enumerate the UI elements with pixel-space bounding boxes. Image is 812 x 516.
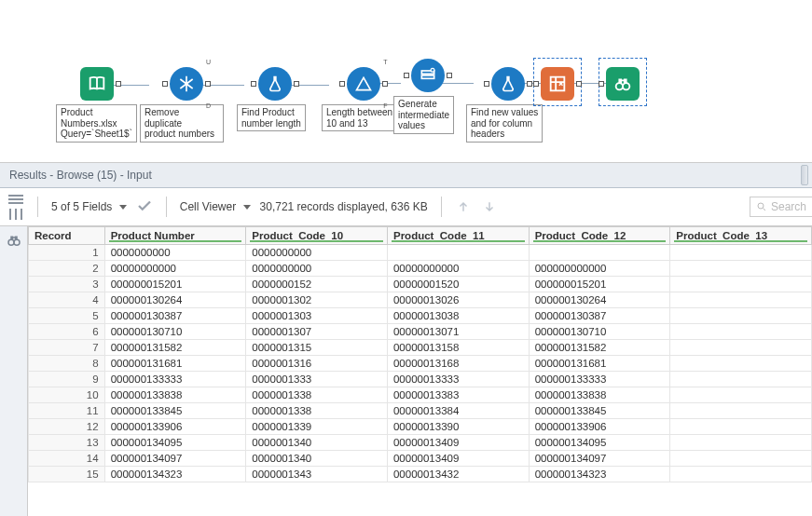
data-cell[interactable]: 00000013409 [387, 435, 529, 451]
column-header[interactable]: Product_Code_10 [246, 227, 388, 245]
cell-viewer-selector[interactable]: Cell Viewer [180, 200, 251, 213]
data-cell[interactable]: 00000013384 [387, 403, 529, 419]
data-cell[interactable] [670, 261, 812, 277]
column-header[interactable]: Product_Code_11 [387, 227, 529, 245]
table-row[interactable]: 7000000131582000000131500000013158000000… [29, 340, 812, 356]
data-cell[interactable] [529, 245, 670, 261]
search-input-wrap[interactable]: Search [750, 197, 812, 217]
data-cell[interactable]: 000000133333 [529, 372, 670, 387]
data-cell[interactable]: 0000000000 [104, 245, 246, 261]
data-cell[interactable] [670, 277, 812, 292]
data-cell[interactable]: 000000133906 [104, 419, 246, 435]
record-number-cell[interactable]: 3 [29, 277, 105, 292]
data-cell[interactable] [670, 324, 812, 340]
record-number-cell[interactable]: 2 [29, 261, 105, 277]
data-cell[interactable] [670, 435, 812, 451]
column-header[interactable]: Product_Code_12 [529, 227, 670, 245]
data-cell[interactable]: 00000013038 [387, 308, 529, 324]
data-cell[interactable]: 0000001339 [246, 419, 388, 435]
data-cell[interactable]: 00000013390 [387, 419, 529, 435]
node-crosstab[interactable] [541, 67, 574, 101]
column-header[interactable]: Product_Code_13 [670, 227, 812, 245]
record-number-cell[interactable]: 1 [29, 245, 105, 261]
data-cell[interactable]: 0000001315 [246, 340, 388, 356]
table-row[interactable]: 9000000133333000000133300000013333000000… [29, 372, 812, 387]
table-row[interactable]: 1000000013383800000013380000001338300000… [29, 387, 812, 403]
data-cell[interactable]: 000000131582 [104, 340, 246, 356]
data-cell[interactable]: 000000134097 [104, 451, 246, 467]
data-cell[interactable]: 0000001343 [246, 467, 388, 482]
data-cell[interactable]: 00000013409 [387, 451, 529, 467]
results-table[interactable]: RecordProduct NumberProduct_Code_10Produ… [28, 226, 812, 482]
table-row[interactable]: 8000000131681000000131600000013168000000… [29, 356, 812, 372]
data-cell[interactable]: 000000130387 [529, 308, 670, 324]
data-cell[interactable] [670, 419, 812, 435]
table-row[interactable]: 1500000013432300000013430000001343200000… [29, 467, 812, 482]
data-cell[interactable]: 0000001303 [246, 308, 388, 324]
record-number-cell[interactable]: 12 [29, 419, 105, 435]
data-cell[interactable] [670, 451, 812, 467]
columns-icon[interactable] [7, 209, 24, 220]
data-cell[interactable]: 000000130264 [529, 292, 670, 308]
table-row[interactable]: 1100000013384500000013380000001338400000… [29, 403, 812, 419]
data-cell[interactable]: 000000133906 [529, 419, 670, 435]
arrow-up-button[interactable] [455, 198, 472, 215]
table-row[interactable]: 1300000013409500000013400000001340900000… [29, 435, 812, 451]
binoculars-icon[interactable] [6, 232, 22, 251]
fields-selector[interactable]: 5 of 5 Fields [51, 200, 127, 213]
node-input-file[interactable]: Product Numbers.xlsx Query=`Sheet1$` [56, 67, 137, 143]
data-cell[interactable] [670, 467, 812, 482]
table-row[interactable]: 100000000000000000000 [29, 245, 812, 261]
table-row[interactable]: 3000000015201000000015200000001520000000… [29, 277, 812, 292]
data-cell[interactable]: 000000131582 [529, 340, 670, 356]
record-number-cell[interactable]: 8 [29, 356, 105, 372]
data-cell[interactable] [670, 356, 812, 372]
data-cell[interactable]: 0000001340 [246, 435, 388, 451]
data-cell[interactable]: 0000001338 [246, 387, 388, 403]
data-cell[interactable]: 00000013333 [387, 372, 529, 387]
arrow-down-button[interactable] [481, 198, 498, 215]
table-row[interactable]: 1400000013409700000013400000001340900000… [29, 451, 812, 467]
data-cell[interactable]: 0000000152 [246, 277, 388, 292]
table-row[interactable]: 2000000000000000000000000000000000000000… [29, 261, 812, 277]
data-cell[interactable] [387, 245, 529, 261]
data-cell[interactable]: 000000134323 [529, 467, 670, 482]
record-number-cell[interactable]: 11 [29, 403, 105, 419]
data-cell[interactable]: 0000000000 [246, 245, 388, 261]
data-cell[interactable]: 0000001340 [246, 451, 388, 467]
data-cell[interactable] [670, 387, 812, 403]
data-cell[interactable]: 000000131681 [104, 356, 246, 372]
data-cell[interactable]: 00000000000 [104, 261, 246, 277]
data-cell[interactable]: 000000133845 [104, 403, 246, 419]
node-filter-length[interactable]: T F Length between 10 and 13 [329, 67, 397, 131]
table-row[interactable]: 6000000130710000000130700000013071000000… [29, 324, 812, 340]
data-cell[interactable]: 00000013071 [387, 324, 529, 340]
data-cell[interactable]: 000000134095 [529, 435, 670, 451]
data-cell[interactable]: 0000001338 [246, 403, 388, 419]
node-find-length[interactable]: Find Product number length [244, 67, 306, 131]
workflow-canvas[interactable]: Product Numbers.xlsx Query=`Sheet1$` U D… [0, 0, 812, 163]
data-cell[interactable]: 000000130710 [104, 324, 246, 340]
data-cell[interactable]: 00000013383 [387, 387, 529, 403]
record-number-cell[interactable]: 5 [29, 308, 105, 324]
data-cell[interactable] [670, 308, 812, 324]
record-number-cell[interactable]: 4 [29, 292, 105, 308]
record-number-cell[interactable]: 6 [29, 324, 105, 340]
record-number-cell[interactable]: 13 [29, 435, 105, 451]
data-cell[interactable]: 000000015201 [104, 277, 246, 292]
table-row[interactable]: 1200000013390600000013390000001339000000… [29, 419, 812, 435]
data-cell[interactable]: 0000001316 [246, 356, 388, 372]
data-cell[interactable] [670, 245, 812, 261]
record-number-cell[interactable]: 10 [29, 387, 105, 403]
data-cell[interactable]: 0000001333 [246, 372, 388, 387]
rows-icon[interactable] [7, 194, 24, 205]
data-cell[interactable]: 00000013158 [387, 340, 529, 356]
data-cell[interactable]: 000000134323 [104, 467, 246, 482]
column-header[interactable]: Record [29, 227, 105, 245]
record-number-cell[interactable]: 15 [29, 467, 105, 482]
data-cell[interactable]: 0000000000 [246, 261, 388, 277]
data-cell[interactable]: 0000001302 [246, 292, 388, 308]
data-cell[interactable]: 00000013432 [387, 467, 529, 482]
data-cell[interactable]: 00000013168 [387, 356, 529, 372]
data-cell[interactable]: 00000001520 [387, 277, 529, 292]
